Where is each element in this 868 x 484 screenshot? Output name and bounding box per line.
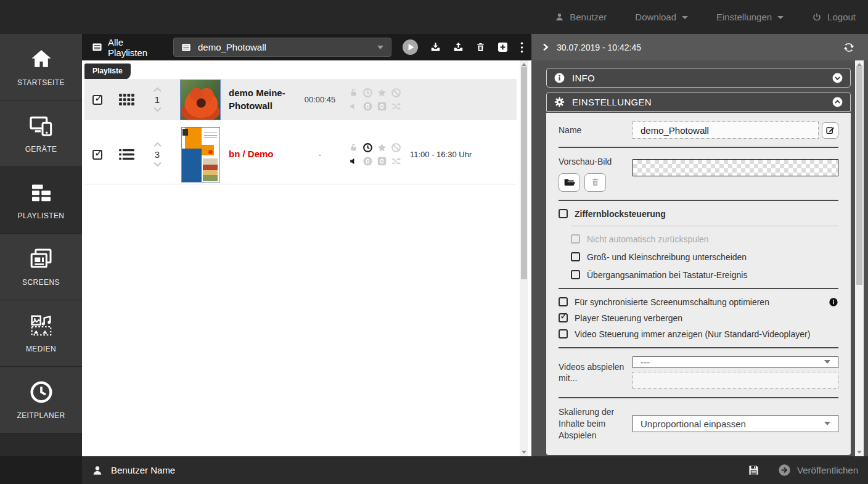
- hide-player-controls-checkbox[interactable]: [559, 313, 568, 322]
- edit-name-button[interactable]: [822, 122, 838, 139]
- screens-icon: [29, 247, 54, 271]
- row-thumbnail: [181, 127, 220, 183]
- sidebar-item-playlisten[interactable]: PLAYLISTEN: [0, 167, 82, 234]
- preview-image-placeholder[interactable]: [633, 159, 838, 176]
- playlist-dropdown[interactable]: demo_Photowall: [173, 38, 391, 57]
- name-label: Name: [559, 125, 633, 136]
- list-square-icon: [92, 42, 102, 52]
- person-icon: [92, 465, 103, 476]
- sidebar-item-geraete[interactable]: GERÄTE: [0, 100, 82, 167]
- always-show-video-controls-checkbox[interactable]: [559, 329, 568, 338]
- row-schedule: 11:00 - 16:30 Uhr: [410, 150, 472, 159]
- person-icon: [555, 12, 564, 22]
- sidebar-item-label: STARTSEITE: [17, 78, 65, 87]
- no-auto-rewind-label: Nicht automatisch zurückspulen: [587, 234, 709, 244]
- publish-button[interactable]: Veröffentlichen: [778, 464, 858, 477]
- unlock-icon: [348, 142, 359, 153]
- case-sensitive-checkbox[interactable]: [571, 252, 580, 261]
- plus-square-icon[interactable]: [497, 41, 509, 53]
- tab-playliste[interactable]: Playliste: [84, 64, 131, 80]
- upload-button[interactable]: [452, 41, 464, 53]
- media-icon: [29, 313, 54, 338]
- shuffle-icon: [391, 101, 401, 112]
- scrollbar-thumb[interactable]: [521, 67, 527, 279]
- browse-folder-button[interactable]: [559, 173, 580, 192]
- chevron-circle-down-icon[interactable]: [832, 72, 843, 84]
- all-playlists-link[interactable]: Alle Playlisten: [92, 37, 165, 58]
- playlist-dropdown-value: demo_Photowall: [198, 42, 266, 52]
- chevron-right-icon[interactable]: [541, 43, 549, 51]
- row-checkbox[interactable]: [92, 150, 102, 160]
- save-icon[interactable]: [748, 464, 760, 476]
- ban-icon: [391, 88, 401, 98]
- playlist-row[interactable]: 1 demo Meine-Photowall 00:00:45: [84, 79, 517, 120]
- detail-panel: INFO EINSTELLUNGEN Name demo_Photowall V…: [531, 60, 868, 456]
- info-section-header[interactable]: INFO: [546, 68, 851, 88]
- devices-icon: [29, 113, 54, 138]
- refresh-icon[interactable]: [843, 41, 855, 54]
- playlists-icon: [29, 180, 54, 205]
- caret-down-icon: [824, 360, 830, 364]
- name-input[interactable]: demo_Photowall: [633, 121, 819, 139]
- row-position: 1: [155, 94, 160, 105]
- download-button[interactable]: [430, 41, 441, 53]
- scrollbar-thumb[interactable]: [856, 66, 862, 285]
- caret-down-icon: [682, 16, 688, 19]
- row-title: bn / Demo: [229, 148, 300, 160]
- play-button[interactable]: [402, 39, 419, 55]
- sidebar-item-screens[interactable]: SCREENS: [0, 234, 82, 300]
- grid-layout-icon: [110, 94, 142, 105]
- chevron-circle-up-icon[interactable]: [832, 96, 843, 108]
- move-down-icon[interactable]: [153, 107, 162, 112]
- video-player-select[interactable]: ---: [633, 356, 838, 368]
- ban-icon: [391, 142, 401, 153]
- case-sensitive-label: Groß- und Kleinschreibung unterscheiden: [587, 252, 747, 262]
- volume-icon: [348, 101, 359, 112]
- move-up-icon[interactable]: [153, 87, 162, 92]
- user-menu-label: Benutzer: [570, 12, 607, 22]
- zero-square-icon: [377, 101, 387, 112]
- kebab-menu-icon[interactable]: [520, 41, 524, 54]
- sidebar-item-zeitplaner[interactable]: ZEITPLANER: [0, 367, 82, 433]
- star-icon: [377, 88, 387, 98]
- scroll-up-arrow[interactable]: [522, 63, 526, 66]
- scroll-down-arrow[interactable]: [522, 451, 526, 454]
- row-title: demo Meine-Photowall: [229, 87, 300, 112]
- clock-icon: [362, 88, 373, 98]
- row-thumbnail: [180, 80, 221, 120]
- info-circle-icon[interactable]: [829, 297, 838, 307]
- settings-section-header[interactable]: EINSTELLUNGEN: [546, 92, 851, 112]
- logout-button[interactable]: Logout: [812, 12, 856, 22]
- panel-header-bar: 30.07.2019 - 10:42:45: [531, 34, 868, 60]
- sync-screen-switch-checkbox[interactable]: [559, 297, 568, 306]
- power-icon: [812, 12, 822, 22]
- datetime-label: 30.07.2019 - 10:42:45: [557, 43, 641, 52]
- settings-menu-label: Einstellungen: [716, 12, 772, 22]
- user-menu[interactable]: Benutzer: [555, 12, 607, 22]
- scroll-down-arrow[interactable]: [857, 451, 862, 454]
- preview-image-label: Vorschau-Bild: [559, 156, 633, 168]
- row-checkbox[interactable]: [92, 95, 102, 105]
- download-menu[interactable]: Download: [635, 12, 688, 22]
- settings-menu[interactable]: Einstellungen: [716, 12, 784, 22]
- divider: [559, 288, 838, 289]
- row-duration: -: [300, 150, 340, 159]
- sidebar-item-startseite[interactable]: STARTSEITE: [0, 34, 82, 100]
- trash-icon[interactable]: [475, 41, 486, 53]
- transition-animation-checkbox[interactable]: [571, 270, 580, 279]
- sidebar-item-medien[interactable]: MEDIEN: [0, 300, 82, 367]
- video-player-extra-input[interactable]: [633, 372, 838, 389]
- list-square-icon: [181, 43, 191, 52]
- scaling-select[interactable]: Unproportional einpassen: [633, 415, 838, 432]
- video-player-select-value: ---: [641, 357, 650, 367]
- playlist-row[interactable]: 3 bn / Demo - 11:00 - 16:30 Uhr: [84, 125, 517, 184]
- sync-screen-switch-label: Für synchronisierte Screenumschaltung op…: [575, 297, 769, 307]
- gear-icon: [554, 96, 565, 108]
- panel-scrollbar: [855, 60, 864, 456]
- transition-animation-label: Übergangsanimation bei Tastatur-Ereignis: [587, 270, 747, 280]
- caret-down-icon: [377, 46, 383, 49]
- move-down-icon[interactable]: [153, 162, 162, 167]
- delete-preview-button[interactable]: [584, 173, 606, 192]
- numpad-control-checkbox[interactable]: [559, 209, 568, 218]
- move-up-icon[interactable]: [153, 142, 162, 147]
